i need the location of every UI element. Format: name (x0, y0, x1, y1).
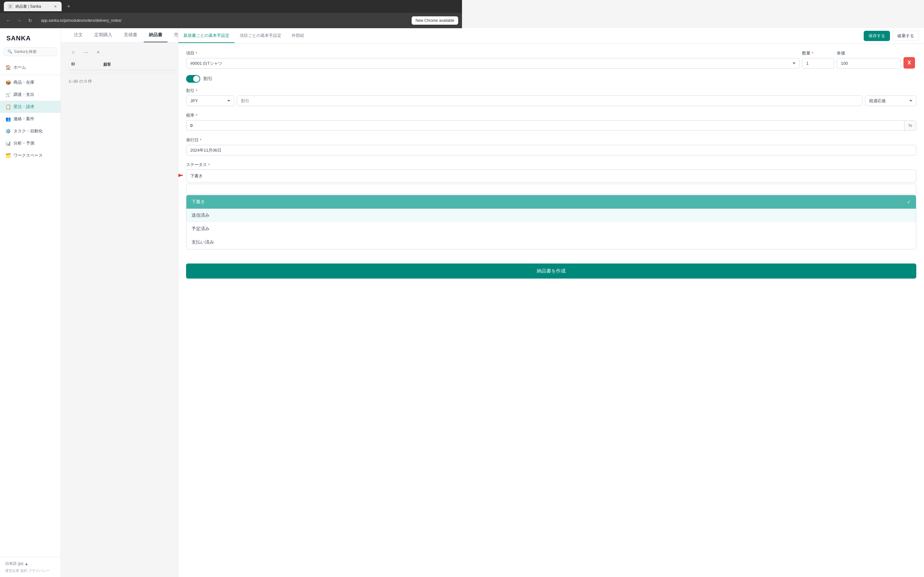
search-input[interactable] (14, 49, 53, 54)
item-label: 項目 * (186, 50, 462, 56)
new-chrome-banner[interactable]: New Chrome available (412, 16, 458, 25)
tax-input[interactable] (186, 121, 462, 131)
circle-status-btn[interactable]: ○ (69, 48, 78, 57)
tab-quotes[interactable]: 見積書 (119, 28, 142, 42)
language-selector[interactable]: 日本語 (ja) ▲ (5, 561, 55, 566)
analytics-icon: 📊 (5, 140, 11, 146)
item-required-mark: * (196, 51, 197, 56)
discount-toggle-row: 割引 (186, 75, 462, 83)
status-label: ステータス * (186, 162, 462, 168)
sidebar-item-label-procurement: 調達・支出 (13, 92, 34, 97)
sidebar-item-contacts[interactable]: 👥 連絡・案件 (0, 113, 61, 125)
sidebar-item-label-workspace: ワークスペース (13, 153, 43, 158)
sidebar-item-orders[interactable]: 📋 受注・請求 (0, 101, 61, 113)
back-button[interactable]: ← (4, 16, 13, 25)
reload-button[interactable]: ↻ (26, 16, 35, 25)
browser-toolbar: ← → ↻ app.sanka.io/ja/modules/orders/del… (0, 13, 462, 28)
sidebar-item-label-inventory: 商品・在庫 (13, 79, 34, 85)
tax-label: 税率 * (186, 113, 462, 118)
sidebar-item-label-home: ホーム (13, 64, 26, 70)
add-record-button[interactable]: + (94, 48, 102, 56)
browser-nav-controls: ← → ↻ (4, 16, 35, 25)
status-option-paid[interactable]: 支払い済み (186, 235, 462, 249)
sidebar-item-label-analytics: 分析・予測 (13, 140, 34, 146)
status-selected-value[interactable]: 下書き (186, 169, 462, 182)
status-option-scheduled[interactable]: 予定済み (186, 222, 462, 235)
address-bar[interactable]: app.sanka.io/ja/modules/orders/delivery_… (37, 16, 409, 25)
sidebar-search-container: 🔍 (0, 47, 61, 60)
orders-icon: 📋 (5, 104, 11, 110)
app-container: SANKA 🔍 🏠 ホーム 📦 商品・在庫 🛒 調達・支出 📋 (0, 28, 462, 577)
procurement-icon: 🛒 (5, 92, 11, 97)
discount-toggle[interactable] (186, 75, 200, 83)
side-panel: 新規書ごとの基本手設定 項目ごとの基本手設定 外部続 保存する 破棄する 項目 (178, 28, 462, 577)
item-field-container: 項目 * #0001 白Tシャツ (186, 50, 462, 69)
discount-row: JPY 税適応後 (186, 95, 462, 106)
tab-orders[interactable]: 注文 (69, 28, 88, 42)
workspace-icon: 🗂️ (5, 153, 11, 158)
tab-delivery[interactable]: 納品書 (144, 28, 168, 42)
tab-favicon: S (8, 4, 13, 9)
panel-content: 項目 * #0001 白Tシャツ 数量 * (178, 44, 462, 577)
tax-form-group: 税率 * % (186, 113, 462, 131)
tab-close-button[interactable]: ✕ (53, 4, 58, 9)
sidebar-divider-1 (0, 75, 61, 75)
discount-required-mark: * (196, 89, 197, 93)
issue-date-form-group: 発行日 * (186, 137, 462, 155)
tax-input-wrapper: % (186, 120, 462, 131)
sidebar-item-procurement[interactable]: 🛒 調達・支出 (0, 89, 61, 101)
address-text: app.sanka.io/ja/modules/orders/delivery_… (41, 18, 405, 23)
discount-form-group: 割引 * JPY 税適応後 (186, 88, 462, 106)
panel-tab-recurrence[interactable]: 項目ごとの基本手設定 (234, 29, 286, 43)
status-option-draft[interactable]: 下書き ✓ (186, 195, 462, 209)
status-container: 下書き (186, 169, 462, 182)
forward-button[interactable]: → (15, 16, 24, 25)
tax-required-mark: * (196, 113, 197, 118)
sidebar-footer: 日本語 (ja) ▲ 運営企業 規約 プライバシー (0, 557, 61, 577)
status-field: 下書き 下書き ✓ 送信済み 予定済み (186, 169, 462, 250)
tab-subscriptions[interactable]: 定期購入 (89, 28, 118, 42)
panel-tabs: 新規書ごとの基本手設定 項目ごとの基本手設定 外部続 保存する 破棄する (178, 28, 462, 44)
sidebar-nav: 🏠 ホーム 📦 商品・在庫 🛒 調達・支出 📋 受注・請求 👥 連絡・案件 (0, 60, 61, 557)
sidebar-item-workspace[interactable]: 🗂️ ワークスペース (0, 149, 61, 161)
discount-toggle-label: 割引 (204, 76, 212, 82)
item-select[interactable]: #0001 白Tシャツ (186, 58, 462, 69)
issue-date-input[interactable] (186, 145, 462, 155)
tab-orders-label: 注文 (74, 32, 83, 37)
logo-text: SANKA (6, 35, 54, 42)
more-options-btn[interactable]: ⋯ (81, 48, 90, 57)
sidebar-item-inventory[interactable]: 📦 商品・在庫 (0, 76, 61, 89)
discount-value-input[interactable] (237, 95, 462, 106)
new-chrome-label: New Chrome available (415, 18, 454, 23)
contacts-icon: 👥 (5, 116, 11, 122)
inventory-icon: 📦 (5, 79, 11, 85)
panel-tab-other-label: 外部続 (292, 33, 304, 38)
create-delivery-note-button[interactable]: 納品書を作成 (186, 263, 462, 279)
browser-titlebar: S 納品書 | Sanka ✕ + (0, 0, 462, 13)
sidebar-item-home[interactable]: 🏠 ホーム (0, 61, 61, 73)
item-select-wrapper: #0001 白Tシャツ (186, 58, 462, 69)
search-box[interactable]: 🔍 (4, 47, 57, 56)
item-form-group: 項目 * #0001 白Tシャツ 数量 * (186, 50, 462, 69)
panel-tab-other[interactable]: 外部続 (286, 29, 309, 43)
new-tab-button[interactable]: + (64, 2, 73, 11)
home-icon: 🏠 (5, 64, 11, 70)
col-header-customer: 顧客 (101, 62, 171, 67)
panel-tab-basic[interactable]: 新規書ごとの基本手設定 (178, 29, 234, 43)
col-header-id: ID (69, 62, 101, 67)
status-search-input[interactable] (186, 184, 462, 194)
discount-label: 割引 * (186, 88, 462, 93)
browser-tab[interactable]: S 納品書 | Sanka ✕ (4, 2, 61, 11)
tasks-icon: ⚙️ (5, 128, 11, 134)
discount-currency-select[interactable]: JPY (186, 95, 234, 106)
status-dropdown-list: 下書き ✓ 送信済み 予定済み 支払い済み (186, 195, 462, 250)
status-option-sent[interactable]: 送信済み (186, 209, 462, 222)
tab-label: 納品書 | Sanka (15, 4, 41, 9)
status-form-group: ステータス * (186, 162, 462, 250)
issue-date-required-mark: * (200, 138, 202, 143)
status-current-text: 下書き (190, 173, 203, 179)
sidebar-item-tasks[interactable]: ⚙️ タスク・自動化 (0, 125, 61, 137)
tab-quotes-label: 見積書 (124, 32, 137, 37)
arrow-indicator (178, 171, 186, 181)
sidebar-item-analytics[interactable]: 📊 分析・予測 (0, 137, 61, 149)
